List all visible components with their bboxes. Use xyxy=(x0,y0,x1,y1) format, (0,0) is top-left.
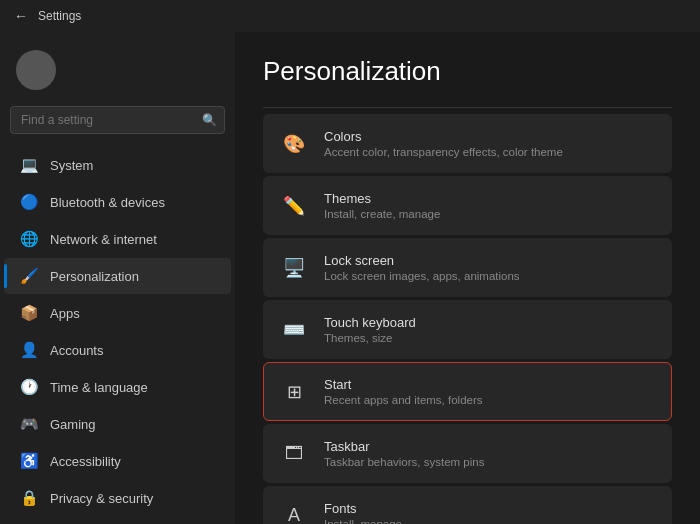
avatar xyxy=(16,50,56,90)
sidebar-nav: 💻System🔵Bluetooth & devices🌐Network & in… xyxy=(0,146,235,524)
search-input[interactable] xyxy=(10,106,225,134)
sidebar-item-network[interactable]: 🌐Network & internet xyxy=(4,221,231,257)
accessibility-icon: ♿ xyxy=(20,452,38,470)
lock-screen-desc: Lock screen images, apps, animations xyxy=(324,270,655,282)
sidebar-item-label-accessibility: Accessibility xyxy=(50,454,121,469)
sidebar-item-apps[interactable]: 📦Apps xyxy=(4,295,231,331)
sidebar-item-label-network: Network & internet xyxy=(50,232,157,247)
start-title: Start xyxy=(324,377,655,392)
sidebar-item-accessibility[interactable]: ♿Accessibility xyxy=(4,443,231,479)
sidebar-item-accounts[interactable]: 👤Accounts xyxy=(4,332,231,368)
personalization-icon: 🖌️ xyxy=(20,267,38,285)
network-icon: 🌐 xyxy=(20,230,38,248)
system-icon: 💻 xyxy=(20,156,38,174)
lock-screen-title: Lock screen xyxy=(324,253,655,268)
taskbar-text: TaskbarTaskbar behaviors, system pins xyxy=(324,439,655,468)
sidebar-search-container: 🔍 xyxy=(10,106,225,134)
time-icon: 🕐 xyxy=(20,378,38,396)
start-icon: ⊞ xyxy=(280,378,308,406)
privacy-icon: 🔒 xyxy=(20,489,38,507)
fonts-desc: Install, manage xyxy=(324,518,655,524)
setting-item-themes[interactable]: ✏️ThemesInstall, create, manage xyxy=(263,176,672,235)
sidebar-item-label-bluetooth: Bluetooth & devices xyxy=(50,195,165,210)
colors-desc: Accent color, transparency effects, colo… xyxy=(324,146,655,158)
fonts-title: Fonts xyxy=(324,501,655,516)
sidebar-item-label-apps: Apps xyxy=(50,306,80,321)
accounts-icon: 👤 xyxy=(20,341,38,359)
setting-item-fonts[interactable]: AFontsInstall, manage xyxy=(263,486,672,524)
title-bar-text: Settings xyxy=(38,9,81,23)
sidebar-item-system[interactable]: 💻System xyxy=(4,147,231,183)
setting-item-lock-screen[interactable]: 🖥️Lock screenLock screen images, apps, a… xyxy=(263,238,672,297)
sidebar-item-label-system: System xyxy=(50,158,93,173)
taskbar-icon: 🗔 xyxy=(280,440,308,468)
back-button[interactable]: ← xyxy=(12,7,30,25)
sidebar-profile xyxy=(0,40,235,106)
start-desc: Recent apps and items, folders xyxy=(324,394,655,406)
gaming-icon: 🎮 xyxy=(20,415,38,433)
themes-desc: Install, create, manage xyxy=(324,208,655,220)
settings-list: 🎨ColorsAccent color, transparency effect… xyxy=(263,114,672,524)
sidebar-item-label-accounts: Accounts xyxy=(50,343,103,358)
main-layout: 🔍 💻System🔵Bluetooth & devices🌐Network & … xyxy=(0,32,700,524)
sidebar-item-update[interactable]: 🔄Windows Update xyxy=(4,517,231,524)
title-bar: ← Settings xyxy=(0,0,700,32)
themes-title: Themes xyxy=(324,191,655,206)
fonts-text: FontsInstall, manage xyxy=(324,501,655,524)
content-area: Personalization 🎨ColorsAccent color, tra… xyxy=(235,32,700,524)
touch-keyboard-title: Touch keyboard xyxy=(324,315,655,330)
touch-keyboard-desc: Themes, size xyxy=(324,332,655,344)
sidebar-item-privacy[interactable]: 🔒Privacy & security xyxy=(4,480,231,516)
setting-item-touch-keyboard[interactable]: ⌨️Touch keyboardThemes, size xyxy=(263,300,672,359)
sidebar-item-time[interactable]: 🕐Time & language xyxy=(4,369,231,405)
sidebar-item-personalization[interactable]: 🖌️Personalization xyxy=(4,258,231,294)
setting-item-colors[interactable]: 🎨ColorsAccent color, transparency effect… xyxy=(263,114,672,173)
colors-text: ColorsAccent color, transparency effects… xyxy=(324,129,655,158)
touch-keyboard-text: Touch keyboardThemes, size xyxy=(324,315,655,344)
page-title: Personalization xyxy=(263,56,672,87)
themes-icon: ✏️ xyxy=(280,192,308,220)
taskbar-desc: Taskbar behaviors, system pins xyxy=(324,456,655,468)
sidebar: 🔍 💻System🔵Bluetooth & devices🌐Network & … xyxy=(0,32,235,524)
lock-screen-icon: 🖥️ xyxy=(280,254,308,282)
taskbar-title: Taskbar xyxy=(324,439,655,454)
colors-icon: 🎨 xyxy=(280,130,308,158)
bluetooth-icon: 🔵 xyxy=(20,193,38,211)
colors-title: Colors xyxy=(324,129,655,144)
content-divider xyxy=(263,107,672,108)
apps-icon: 📦 xyxy=(20,304,38,322)
sidebar-item-label-privacy: Privacy & security xyxy=(50,491,153,506)
lock-screen-text: Lock screenLock screen images, apps, ani… xyxy=(324,253,655,282)
sidebar-item-gaming[interactable]: 🎮Gaming xyxy=(4,406,231,442)
start-text: StartRecent apps and items, folders xyxy=(324,377,655,406)
sidebar-item-bluetooth[interactable]: 🔵Bluetooth & devices xyxy=(4,184,231,220)
setting-item-taskbar[interactable]: 🗔TaskbarTaskbar behaviors, system pins xyxy=(263,424,672,483)
fonts-icon: A xyxy=(280,502,308,525)
touch-keyboard-icon: ⌨️ xyxy=(280,316,308,344)
themes-text: ThemesInstall, create, manage xyxy=(324,191,655,220)
sidebar-item-label-gaming: Gaming xyxy=(50,417,96,432)
sidebar-item-label-time: Time & language xyxy=(50,380,148,395)
sidebar-item-label-personalization: Personalization xyxy=(50,269,139,284)
setting-item-start[interactable]: ⊞StartRecent apps and items, folders xyxy=(263,362,672,421)
search-icon: 🔍 xyxy=(202,113,217,127)
